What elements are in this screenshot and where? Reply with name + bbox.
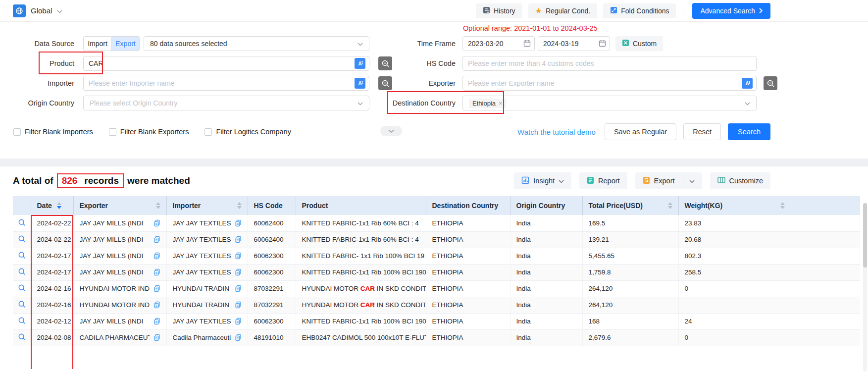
copy-icon[interactable] (235, 236, 242, 243)
copy-icon[interactable] (235, 219, 242, 227)
tutorial-demo-link[interactable]: Watch the tutorial demo (517, 128, 596, 136)
copy-icon[interactable] (153, 236, 160, 243)
origin-cell: India (510, 280, 582, 297)
table-row[interactable]: 2024-02-08CADILA PHARMACEUTCadila Pharma… (13, 329, 860, 346)
brand[interactable]: Global (13, 4, 62, 17)
copy-icon[interactable] (153, 334, 160, 341)
copy-icon[interactable] (153, 301, 160, 309)
product-input[interactable] (83, 56, 369, 71)
save-as-regular-button[interactable]: Save as Regular (605, 123, 676, 140)
importer-input[interactable] (83, 76, 369, 91)
exporter-cell: JAY JAY MILLS (INDI (73, 248, 166, 264)
copy-icon[interactable] (153, 268, 160, 276)
filter-blank-exporters-checkbox[interactable]: Filter Blank Exporters (109, 128, 189, 136)
exporter-input[interactable] (462, 76, 757, 91)
hs-code-input[interactable] (462, 56, 757, 71)
view-record-icon[interactable] (18, 235, 26, 244)
view-record-icon[interactable] (18, 317, 26, 326)
header-weight[interactable]: Weight(KG) (678, 196, 860, 215)
header-hs-code: HS Code (248, 196, 296, 215)
table-row[interactable]: 2024-02-16HYUNDAI MOTOR INDHYUNDAI TRADI… (13, 280, 860, 297)
price-cell: 139.21 (582, 231, 678, 248)
table-body: 2024-02-22JAY JAY MILLS (INDIJAY JAY TEX… (13, 215, 860, 346)
copy-icon[interactable] (153, 219, 160, 227)
view-record-icon[interactable] (18, 267, 26, 277)
sort-icon[interactable] (668, 202, 672, 209)
history-button[interactable]: History (476, 3, 522, 18)
insight-label: Insight (533, 177, 555, 185)
copy-icon[interactable] (235, 268, 242, 276)
data-source-label: Data Source (13, 40, 74, 48)
view-record-icon[interactable] (18, 284, 26, 293)
copy-icon[interactable] (235, 301, 242, 309)
calendar-icon[interactable] (599, 40, 606, 49)
copy-icon[interactable] (153, 252, 160, 260)
table-row[interactable]: 2024-02-17JAY JAY MILLS (INDIJAY JAY TEX… (13, 248, 860, 264)
import-toggle[interactable]: Import (83, 36, 112, 51)
regular-cond-button[interactable]: ★ Regular Cond. (528, 3, 598, 18)
sort-icon[interactable] (156, 202, 160, 209)
table-row[interactable]: 2024-02-22JAY JAY MILLS (INDIJAY JAY TEX… (13, 215, 860, 231)
importer-cell: JAY JAY TEXTILES (166, 248, 248, 264)
translate-icon[interactable]: A (742, 78, 753, 89)
table-row[interactable]: 2024-02-12JAY JAY MILLS (INDIJAY JAY TEX… (13, 313, 860, 329)
copy-icon[interactable] (235, 285, 242, 292)
copy-icon[interactable] (235, 252, 242, 260)
translate-icon[interactable]: A (355, 78, 365, 89)
copy-icon[interactable] (153, 318, 160, 325)
fold-conditions-button[interactable]: Fold Conditions (603, 3, 676, 18)
close-icon[interactable]: × (499, 100, 503, 107)
table-row[interactable]: 2024-02-22JAY JAY MILLS (INDIJAY JAY TEX… (13, 231, 860, 248)
search-button[interactable]: Search (728, 123, 770, 140)
date-to-field[interactable] (538, 36, 610, 51)
advanced-search-button[interactable]: Advanced Search (692, 3, 770, 19)
copy-icon[interactable] (235, 318, 242, 325)
table-row[interactable]: 2024-02-16HYUNDAI MOTOR INDHYUNDAI TRADI… (13, 297, 860, 313)
reset-button[interactable]: Reset (683, 123, 721, 140)
weight-cell: 24 (678, 313, 860, 329)
header-importer[interactable]: Importer (166, 196, 248, 215)
header-total-price[interactable]: Total Price(USD) (582, 196, 678, 215)
header-exporter[interactable]: Exporter (73, 196, 166, 215)
sort-icon[interactable] (780, 202, 785, 209)
view-record-icon[interactable] (18, 251, 26, 261)
header-origin-country: Origin Country (510, 196, 582, 215)
table-scrollbar[interactable] (863, 203, 867, 372)
insight-button[interactable]: Insight (514, 172, 571, 189)
view-record-icon[interactable] (18, 218, 26, 228)
sort-icon[interactable] (237, 202, 242, 209)
date-from-field[interactable] (462, 36, 535, 51)
translate-icon[interactable]: A (355, 58, 365, 69)
data-sources-select[interactable]: 80 data sources selected (144, 36, 369, 51)
view-record-icon[interactable] (18, 300, 26, 310)
origin-country-select[interactable]: Please select Origin Country (83, 96, 369, 110)
filter-blank-importers-checkbox[interactable]: Filter Blank Importers (13, 128, 93, 136)
data-source-toggle: Import Export (83, 36, 140, 51)
exclude-search-icon[interactable] (764, 76, 777, 90)
scrollbar-thumb[interactable] (863, 203, 867, 267)
star-icon: ★ (535, 7, 542, 15)
view-record-icon[interactable] (18, 333, 26, 342)
filter-logistics-company-checkbox[interactable]: Filter Logitics Company (204, 128, 291, 136)
hscode-cell: 60062400 (248, 231, 296, 248)
custom-range-button[interactable]: Custom (615, 36, 663, 51)
customize-button[interactable]: Customize (710, 172, 771, 189)
report-button[interactable]: Report (579, 172, 627, 189)
calendar-icon[interactable] (523, 40, 531, 49)
table-row[interactable]: 2024-02-17JAY JAY MILLS (INDIJAY JAY TEX… (13, 264, 860, 280)
sort-icon[interactable] (57, 202, 61, 209)
copy-icon[interactable] (153, 285, 160, 292)
exclude-search-icon[interactable] (378, 76, 392, 90)
export-button[interactable]: Export (635, 172, 702, 189)
importer-cell: JAY JAY TEXTILES (166, 313, 248, 329)
exclude-search-icon[interactable] (378, 56, 392, 70)
collapse-conditions-button[interactable] (380, 126, 402, 136)
copy-icon[interactable] (235, 334, 242, 341)
data-sources-value: 80 data sources selected (150, 40, 227, 48)
exporter-cell: JAY JAY MILLS (INDI (73, 264, 166, 280)
export-toggle[interactable]: Export (112, 36, 140, 51)
chevron-down-icon[interactable] (689, 177, 695, 185)
weight-cell: 0 (678, 280, 860, 297)
destination-country-select[interactable]: Ethiopia × (462, 96, 757, 110)
header-date[interactable]: Date (31, 196, 73, 215)
